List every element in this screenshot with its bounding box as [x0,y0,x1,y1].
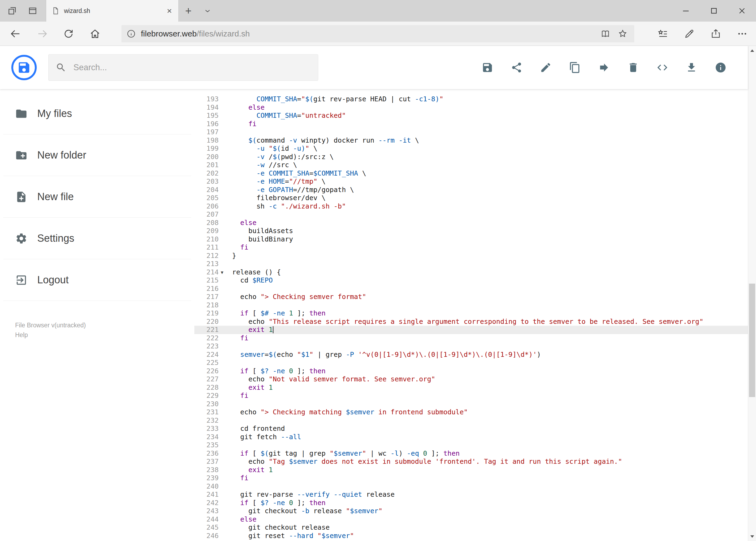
search-box[interactable] [48,54,318,81]
code-line[interactable]: 210 buildBinary [194,235,748,244]
home-icon[interactable] [85,24,105,44]
rename-button[interactable] [537,59,554,76]
tab-preview-icon[interactable] [26,4,39,18]
code-line[interactable]: 221 exit 1 [194,326,748,334]
sidebar-item-logout[interactable]: Logout [3,259,191,301]
minimize-button[interactable] [672,0,700,22]
reading-view-icon[interactable] [600,29,611,39]
code-line[interactable]: 207 [194,211,748,219]
code-line[interactable]: 204 -e GOPATH=//tmp/gopath \ [194,186,748,194]
code-line[interactable]: 199 -u "$(id -u)" \ [194,145,748,153]
code-line[interactable]: 211 fi [194,244,748,252]
code-line[interactable]: 238 exit 1 [194,466,748,474]
scroll-down-icon[interactable] [748,532,756,541]
code-line[interactable]: 236 if [ $(git tag | grep "$semver" | wc… [194,449,748,458]
code-line[interactable]: 196 fi [194,120,748,128]
code-line[interactable]: 242 if [ $? -ne 0 ]; then [194,499,748,507]
save-button[interactable] [479,59,496,76]
code-line[interactable]: 246 git reset --hard "$semver" [194,532,748,540]
code-line[interactable]: 223 [194,342,748,350]
search-input[interactable] [73,62,318,73]
browser-tab[interactable]: wizard.sh × [46,0,179,22]
code-line[interactable]: 226 if [ $? -ne 0 ]; then [194,367,748,375]
sidebar-item-new-file[interactable]: New file [3,176,191,218]
filebrowser-logo[interactable] [11,55,37,80]
tab-close-icon[interactable]: × [166,6,173,15]
hub-icon[interactable] [653,24,673,44]
maximize-button[interactable] [700,0,728,22]
code-line[interactable]: 200 -v /$(pwd):/src:z \ [194,153,748,161]
new-tab-button[interactable]: + [179,0,198,22]
code-line[interactable]: 229 fi [194,392,748,400]
code-line[interactable]: 232 [194,416,748,425]
help-link[interactable]: Help [15,330,86,340]
code-line[interactable]: 239 fi [194,474,748,482]
forward-icon[interactable] [32,24,52,44]
code-line[interactable]: 205 filebrowser/dev \ [194,194,748,202]
code-line[interactable]: 222 fi [194,334,748,342]
site-info-icon[interactable] [126,29,136,39]
fold-marker-icon[interactable]: ▾ [219,268,232,276]
code-line[interactable]: 197 [194,128,748,136]
close-button[interactable] [728,0,756,22]
share-icon[interactable] [706,24,726,44]
sidebar-item-settings[interactable]: Settings [3,218,191,259]
code-line[interactable]: 218 [194,301,748,309]
sidebar-item-new-folder[interactable]: New folder [3,135,191,176]
code-line[interactable]: 234 git fetch --all [194,433,748,441]
code-line[interactable]: 225 [194,359,748,367]
code-line[interactable]: 231 echo "> Checking matching $semver in… [194,408,748,416]
code-line[interactable]: 243 git checkout -b release "$semver" [194,507,748,515]
info-button[interactable] [712,59,729,76]
more-icon[interactable] [732,24,752,44]
code-line[interactable]: 208 else [194,219,748,227]
code-line[interactable]: 224 semver=$(echo "$1" | grep -P '^v(0|[… [194,350,748,359]
code-line[interactable]: 203 -e HOME="//tmp" \ [194,178,748,186]
code-line[interactable]: 245 git checkout release [194,523,748,532]
sidebar-item-my-files[interactable]: My files [3,93,191,135]
code-line[interactable]: 193 COMMIT_SHA="$(git rev-parse HEAD | c… [194,95,748,104]
scrollbar-thumb[interactable] [749,283,755,397]
code-line[interactable]: 220 echo "This release script requires a… [194,317,748,326]
code-line[interactable]: 194 else [194,104,748,112]
address-bar[interactable]: filebrowser.web/files/wizard.sh [122,25,634,42]
code-line[interactable]: 206 sh -c "./wizard.sh -b" [194,202,748,211]
share-button[interactable] [508,59,525,76]
code-line[interactable]: 240 [194,482,748,491]
favorite-star-icon[interactable] [618,29,628,39]
code-line[interactable]: 212} [194,252,748,260]
back-icon[interactable] [6,24,25,44]
code-line[interactable]: 228 exit 1 [194,383,748,392]
code-line[interactable]: 198 $(command -v winpty) docker run --rm… [194,136,748,145]
code-line[interactable]: 230 [194,400,748,408]
move-button[interactable] [596,59,613,76]
annotate-icon[interactable] [679,24,699,44]
refresh-icon[interactable] [59,24,78,44]
code-line[interactable]: 216 [194,285,748,293]
code-line[interactable]: 241 git rev-parse --verify --quiet relea… [194,490,748,499]
tab-preview-chevron-icon[interactable] [198,0,217,22]
code-view-button[interactable] [654,59,671,76]
code-line[interactable]: 244 else [194,515,748,524]
code-line[interactable]: 227 echo "Not valid semver format. See s… [194,375,748,383]
code-line[interactable]: 202 -e COMMIT_SHA=$COMMIT_SHA \ [194,169,748,178]
code-line[interactable]: 219 if [ $# -ne 1 ]; then [194,309,748,317]
copy-button[interactable] [567,59,583,76]
code-line[interactable]: 201 -w //src \ [194,161,748,169]
code-editor[interactable]: 193 COMMIT_SHA="$(git rev-parse HEAD | c… [194,89,748,541]
code-line[interactable]: 233 cd frontend [194,425,748,433]
scroll-up-icon[interactable] [748,46,756,55]
page-scrollbar[interactable] [748,46,756,541]
code-line[interactable]: 214▾release () { [194,268,748,276]
code-line[interactable]: 195 COMMIT_SHA="untracked" [194,112,748,120]
download-button[interactable] [683,59,700,76]
code-line[interactable]: 213 [194,260,748,268]
code-line[interactable]: 247 fi [194,540,748,541]
code-line[interactable]: 235 [194,441,748,449]
code-line[interactable]: 217 echo "> Checking semver format" [194,293,748,301]
code-line[interactable]: 237 echo "Tag $semver does not exist in … [194,457,748,466]
code-line[interactable]: 215 cd $REPO [194,276,748,285]
delete-button[interactable] [625,59,641,76]
set-aside-tabs-icon[interactable] [5,4,19,18]
code-line[interactable]: 209 buildAssets [194,227,748,235]
